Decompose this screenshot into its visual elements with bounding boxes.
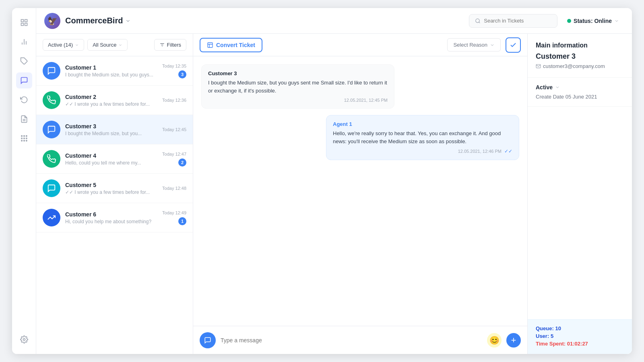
sidebar-item-grid[interactable]: [16, 130, 32, 146]
filters-button[interactable]: Filters: [154, 39, 186, 51]
content-area: Active (14) All Source Filters: [36, 34, 632, 354]
chat-panel: Convert Ticket Select Reason Custo: [193, 34, 527, 354]
info-stats: Queue: 10 User: 5 Time Spent: 01:02:27: [528, 319, 632, 354]
search-input[interactable]: [484, 18, 551, 24]
ticket-item-selected[interactable]: Customer 3 I bought the Medium size, but…: [36, 115, 193, 144]
sidebar-item-tags[interactable]: [16, 53, 32, 69]
svg-point-20: [476, 19, 479, 22]
avatar: [43, 150, 60, 168]
ticket-item[interactable]: Customer 1 I bought the Medium size, but…: [36, 56, 193, 86]
sidebar: [12, 8, 36, 354]
svg-point-17: [23, 140, 25, 142]
chat-toolbar: Convert Ticket Select Reason: [193, 34, 527, 56]
chat-input-area: 😊 +: [193, 326, 527, 354]
chat-input[interactable]: [221, 337, 482, 343]
status-dot: [567, 19, 571, 23]
attach-icon: [204, 337, 211, 344]
message-bubble-agent: Agent 1 Hello, we're really sorry to hea…: [326, 115, 519, 160]
svg-point-15: [26, 138, 27, 139]
svg-point-13: [21, 138, 22, 139]
header: 🦅 CommerceBird Status: Online: [36, 8, 632, 34]
filter-icon: [159, 42, 165, 48]
svg-point-10: [21, 136, 22, 137]
select-reason-button[interactable]: Select Reason: [447, 38, 501, 51]
sidebar-item-settings[interactable]: [16, 331, 32, 348]
svg-rect-3: [25, 23, 27, 26]
svg-rect-1: [25, 20, 27, 22]
avatar: [43, 179, 60, 197]
checkmark-icon: [510, 41, 517, 49]
info-panel: Main information Customer 3 customer3@co…: [527, 34, 632, 354]
sidebar-item-analytics[interactable]: [16, 34, 32, 50]
select-reason-chevron-icon: [490, 43, 495, 47]
avatar: [43, 121, 60, 138]
svg-point-11: [23, 136, 25, 137]
ticket-items-list: Customer 1 I bought the Medium size, but…: [36, 56, 193, 354]
info-header: Main information Customer 3 customer3@co…: [528, 34, 632, 78]
svg-line-21: [479, 22, 480, 23]
sidebar-item-messages[interactable]: [16, 72, 32, 88]
add-button[interactable]: +: [506, 333, 521, 348]
sidebar-item-refresh[interactable]: [16, 92, 32, 108]
info-section-status: Active Create Date 05 June 2021: [528, 78, 632, 107]
confirm-button[interactable]: [506, 37, 521, 53]
email-icon: [536, 64, 541, 69]
ticket-item[interactable]: Customer 5 ✓✓ I wrote you a few times be…: [36, 174, 193, 203]
ticket-item[interactable]: Customer 2 ✓✓ I wrote you a few times be…: [36, 86, 193, 115]
message-bubble-customer: Customer 3 I bought the Medium size, but…: [201, 64, 394, 109]
search-box[interactable]: [469, 14, 557, 28]
svg-point-12: [26, 136, 27, 137]
convert-ticket-icon: [207, 42, 213, 48]
ticket-item[interactable]: Customer 6 Hi, could you help me about s…: [36, 203, 193, 232]
ticket-filters-bar: Active (14) All Source Filters: [36, 34, 193, 56]
source-filter-chevron-icon: [118, 43, 122, 47]
main-content: 🦅 CommerceBird Status: Online: [36, 8, 632, 354]
sidebar-item-reports[interactable]: [16, 111, 32, 127]
read-receipt-icon: ✓✓: [504, 148, 512, 154]
search-icon: [475, 18, 481, 24]
ticket-item[interactable]: Customer 4 Hello, could you tell me wher…: [36, 144, 193, 174]
app-name-label: CommerceBird: [65, 16, 131, 25]
convert-ticket-button[interactable]: Convert Ticket: [200, 38, 262, 52]
active-filter-button[interactable]: Active (14): [43, 39, 84, 51]
svg-point-19: [23, 339, 25, 341]
svg-point-16: [21, 140, 22, 142]
sidebar-item-dashboard[interactable]: [16, 14, 32, 31]
logo: 🦅: [44, 13, 60, 29]
chat-messages: Customer 3 I bought the Medium size, but…: [193, 56, 527, 326]
svg-rect-0: [21, 20, 23, 22]
status-badge[interactable]: Status: Online: [562, 15, 624, 27]
active-filter-chevron-icon: [75, 43, 79, 47]
source-filter-button[interactable]: All Source: [87, 39, 128, 51]
ticket-list-panel: Active (14) All Source Filters: [36, 34, 193, 354]
emoji-button[interactable]: 😊: [487, 333, 502, 348]
svg-rect-2: [21, 23, 23, 26]
svg-rect-25: [208, 43, 213, 47]
avatar: [43, 209, 60, 226]
attach-button[interactable]: [200, 332, 216, 348]
status-chevron-icon: [555, 85, 560, 90]
avatar: [43, 62, 60, 80]
svg-point-18: [26, 140, 27, 142]
avatar: [43, 91, 60, 109]
status-dropdown-icon: [614, 19, 619, 23]
svg-point-14: [23, 138, 25, 139]
